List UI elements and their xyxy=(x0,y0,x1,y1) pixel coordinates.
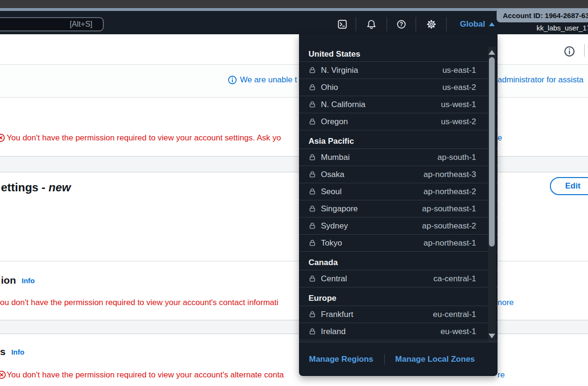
lock-icon xyxy=(309,310,316,318)
region-code: ap-northeast-2 xyxy=(423,187,476,197)
region-option[interactable]: Singapore ap-southeast-1 xyxy=(299,200,498,218)
region-section-items: N. Virginia us-east-1 Ohio us-east-2 N. … xyxy=(299,62,498,130)
browser-chrome-strip xyxy=(0,0,588,8)
scrollbar-up-arrow[interactable] xyxy=(488,50,495,55)
nav-separator xyxy=(387,17,387,31)
error-icon xyxy=(0,370,6,379)
region-name: N. Virginia xyxy=(321,66,358,75)
nav-separator xyxy=(416,17,416,31)
region-code: us-west-2 xyxy=(441,117,476,127)
region-name: N. California xyxy=(321,100,366,109)
region-section: Europe Frankfurt eu-central-1 Ireland eu… xyxy=(299,291,498,340)
region-code: ap-south-1 xyxy=(438,153,476,162)
info-link[interactable]: Info xyxy=(11,346,25,358)
region-menu-list: United States N. Virginia us-east-1 Ohio… xyxy=(299,34,498,342)
settings-error-message: You don't have the permission required t… xyxy=(7,133,281,142)
region-section: Canada Central ca-central-1 xyxy=(299,256,498,287)
section-divider xyxy=(0,261,588,261)
section-gap-band xyxy=(0,156,588,172)
alternate-contacts-heading: s Info xyxy=(0,346,24,357)
lock-icon xyxy=(309,275,316,283)
search-shortcut-hint: [Alt+S] xyxy=(70,20,92,29)
username-menu[interactable]: kk_labs_user_17 xyxy=(537,24,588,32)
region-option[interactable]: Oregon us-west-2 xyxy=(299,113,498,130)
scrollbar-down-arrow[interactable] xyxy=(488,334,495,338)
banner-message-left: We are unable t xyxy=(240,75,297,85)
region-option[interactable]: N. Virginia us-east-1 xyxy=(299,62,498,79)
region-name: Singapore xyxy=(321,204,358,214)
lock-icon xyxy=(309,66,316,74)
learn-more-link-fragment[interactable]: re xyxy=(498,370,505,379)
lock-icon xyxy=(309,188,316,196)
region-name: Frankfurt xyxy=(321,310,353,319)
region-name: Tokyo xyxy=(321,238,342,248)
region-name: Sydney xyxy=(321,221,348,231)
settings-heading: ettings - new xyxy=(1,180,71,195)
region-option[interactable]: Tokyo ap-northeast-1 xyxy=(299,235,498,252)
region-option[interactable]: Seoul ap-northeast-2 xyxy=(299,183,498,200)
region-option[interactable]: Osaka ap-northeast-3 xyxy=(299,166,498,183)
region-option[interactable]: Ohio us-east-2 xyxy=(299,79,498,96)
region-option[interactable]: Sydney ap-southeast-2 xyxy=(299,218,498,235)
lock-icon xyxy=(309,205,316,213)
svg-text:?: ? xyxy=(399,21,403,28)
region-section-title: Asia Pacific xyxy=(299,134,498,149)
region-option[interactable]: N. California us-west-1 xyxy=(299,96,498,113)
settings-gear-icon[interactable] xyxy=(426,19,437,30)
account-id-text: Account ID: 1964-2687-63 xyxy=(503,11,588,20)
region-code: ap-southeast-1 xyxy=(422,204,476,214)
lock-icon xyxy=(309,170,316,178)
lock-icon xyxy=(309,153,316,161)
page-info-icon[interactable] xyxy=(564,46,575,57)
info-icon xyxy=(228,75,237,85)
region-code: us-east-1 xyxy=(442,66,476,75)
lock-icon xyxy=(309,327,316,336)
manage-local-zones-link[interactable]: Manage Local Zones xyxy=(395,355,475,364)
footer-separator xyxy=(384,354,385,365)
notifications-bell-icon[interactable] xyxy=(366,19,377,30)
region-option[interactable]: Ireland eu-west-1 xyxy=(299,323,498,340)
lock-icon xyxy=(309,222,316,230)
new-badge: new xyxy=(49,181,71,194)
app-window: [Alt+S] ? Global Ac xyxy=(0,0,588,386)
region-name: Seoul xyxy=(321,187,341,197)
scrollbar-track[interactable] xyxy=(488,47,496,342)
edit-button[interactable]: Edit xyxy=(550,177,588,195)
region-name: Central xyxy=(321,274,347,284)
region-menu-footer: Manage Regions Manage Local Zones xyxy=(299,342,498,376)
tools-panel-divider xyxy=(584,44,585,57)
scrollbar-thumb[interactable] xyxy=(489,57,495,247)
region-section: United States N. Virginia us-east-1 Ohio… xyxy=(299,47,498,130)
chevron-up-icon xyxy=(489,22,495,26)
lock-icon xyxy=(309,83,316,91)
learn-more-link-fragment[interactable]: e xyxy=(498,133,502,142)
region-dropdown-menu: United States N. Virginia us-east-1 Ohio… xyxy=(299,34,498,376)
section-gap-band xyxy=(0,320,588,334)
region-code: ap-southeast-2 xyxy=(422,221,476,231)
alternate-error-message: You don't have the permission required t… xyxy=(7,370,284,379)
account-id-tooltip: Account ID: 1964-2687-63 xyxy=(497,9,588,22)
search-input[interactable]: [Alt+S] xyxy=(0,17,104,31)
region-section-title: United States xyxy=(299,47,498,62)
learn-more-link-fragment[interactable]: nore xyxy=(498,298,514,307)
region-code: ap-northeast-1 xyxy=(423,238,476,248)
region-option[interactable]: Frankfurt eu-central-1 xyxy=(299,306,498,323)
region-option[interactable]: Central ca-central-1 xyxy=(299,270,498,287)
manage-regions-link[interactable]: Manage Regions xyxy=(309,355,373,364)
lock-icon xyxy=(309,239,316,247)
region-option[interactable]: Mumbai ap-south-1 xyxy=(299,149,498,166)
lock-icon xyxy=(309,118,316,126)
region-selector-label: Global xyxy=(460,20,485,29)
region-selector-button[interactable]: Global xyxy=(460,19,495,30)
region-code: us-east-2 xyxy=(442,83,476,92)
region-name: Ireland xyxy=(321,327,346,337)
nav-separator xyxy=(446,17,447,31)
region-section: Asia Pacific Mumbai ap-south-1 Osaka ap-… xyxy=(299,134,498,252)
region-section-items: Frankfurt eu-central-1 Ireland eu-west-1 xyxy=(299,306,498,340)
nav-separator xyxy=(356,17,356,31)
cloudshell-icon[interactable] xyxy=(337,19,348,30)
help-icon[interactable]: ? xyxy=(396,19,407,30)
region-section-items: Mumbai ap-south-1 Osaka ap-northeast-3 S… xyxy=(299,149,498,252)
info-link[interactable]: Info xyxy=(22,275,35,287)
error-icon xyxy=(0,133,5,142)
